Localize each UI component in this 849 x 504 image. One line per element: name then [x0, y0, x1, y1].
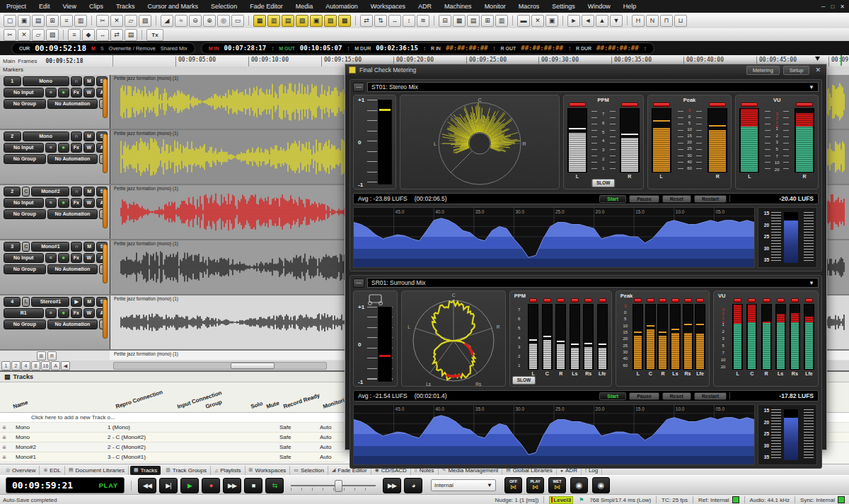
track-vzoom-handle[interactable] — [103, 134, 108, 173]
toolbar-icon[interactable]: ▦ — [253, 15, 266, 27]
ruler-units[interactable]: Frames — [18, 58, 37, 64]
toolbar-icon[interactable]: ▥ — [495, 15, 508, 27]
toolbar-icon[interactable]: ↕ — [403, 15, 415, 27]
edit-mode-label[interactable]: Overwrite / Remove — [109, 45, 156, 52]
bus-select-field[interactable]: ST01: Stereo Mix▼ — [367, 82, 819, 92]
group-button[interactable]: No Group — [4, 320, 46, 329]
menu-window[interactable]: Window — [582, 3, 617, 10]
toolbar-icon[interactable]: ⊞ — [46, 15, 59, 27]
toolbar-icon[interactable]: ◆ — [82, 29, 95, 41]
toolbar-icon[interactable]: ▨ — [324, 15, 337, 27]
ruler-scale-box[interactable]: MainFrames00:09:52:18 — [0, 55, 113, 66]
step-forward-button[interactable]: ▶| — [159, 478, 178, 493]
track-vzoom-handle[interactable] — [103, 299, 108, 339]
menu-fade-editor[interactable]: Fade Editor — [243, 3, 289, 10]
restart-button[interactable]: Restart — [694, 195, 727, 203]
height-preset-16[interactable]: 16 — [41, 361, 50, 370]
reset-button[interactable]: Reset — [662, 392, 691, 400]
menu-project[interactable]: Project — [0, 3, 33, 10]
group-button[interactable]: No Group — [4, 209, 46, 219]
toolbar-icon[interactable]: ⊓ — [660, 15, 673, 27]
toolbar-icon[interactable]: ▤ — [282, 15, 294, 27]
metering-title-bar[interactable]: Final Check MeteringMeteringSetup✕ — [345, 64, 826, 76]
ruler-mode[interactable]: Main — [3, 58, 15, 64]
toolbar-icon[interactable]: ⊞ — [481, 15, 494, 27]
toolbar-icon[interactable]: ✂ — [96, 15, 109, 27]
menu-selection[interactable]: Selection — [204, 3, 243, 10]
mute-button[interactable]: M — [83, 131, 95, 141]
menu-view[interactable]: View — [57, 3, 83, 10]
tc-field-value[interactable]: 00:07:28:17 — [224, 45, 267, 52]
meter-bridge-icon[interactable]: ≡ — [45, 143, 57, 153]
tc-field-spinner[interactable]: ↕ — [347, 45, 350, 52]
toolbar-icon[interactable]: ↔ — [388, 15, 401, 27]
monitor-indicator[interactable]: ● — [58, 88, 69, 98]
play-button[interactable]: ▶ — [180, 478, 199, 493]
toolbar-icon[interactable]: H — [632, 15, 645, 27]
meter-bridge-icon[interactable]: ≡ — [45, 308, 57, 318]
toolbar-icon[interactable]: ≡ — [68, 29, 81, 41]
menu-monitor[interactable]: Monitor — [478, 3, 512, 10]
toolbar-icon[interactable]: ▥ — [267, 15, 280, 27]
maximize-button[interactable]: □ — [831, 4, 834, 10]
menu-tracks[interactable]: Tracks — [110, 3, 142, 10]
slow-button[interactable]: SLOW — [591, 179, 616, 187]
close-button[interactable]: ✕ — [840, 4, 845, 10]
monitor-indicator[interactable]: ● — [58, 198, 69, 208]
loop-button[interactable]: ⇆ — [265, 478, 284, 493]
toolbar-icon[interactable]: ⇄ — [110, 29, 123, 41]
monitor-mode-off[interactable]: OFF⋈ — [504, 477, 522, 493]
toolbar-icon[interactable]: ⊔ — [674, 15, 687, 27]
tab-document-libraries[interactable]: ▤Document Libraries — [65, 466, 129, 475]
lane-button[interactable]: R — [47, 351, 57, 361]
toolbar-icon[interactable]: ≈ — [175, 15, 187, 27]
toolbar-icon[interactable]: ⊕ — [203, 15, 216, 27]
column-record-ready[interactable]: Record Ready — [282, 392, 320, 410]
toolbar-icon[interactable]: ▲ — [596, 15, 608, 27]
mute-button[interactable]: M — [83, 242, 95, 252]
automation-mode-button[interactable]: No Automation — [47, 264, 98, 274]
toolbar-icon[interactable]: ⊖ — [189, 15, 202, 27]
menu-adr[interactable]: ADR — [412, 3, 438, 10]
toolbar-icon[interactable]: ⊟ — [439, 15, 451, 27]
menu-settings[interactable]: Settings — [545, 3, 582, 10]
toolbar-icon[interactable]: ▧ — [296, 15, 308, 27]
height-preset-1[interactable]: 1 — [1, 361, 11, 370]
toolbar-icon[interactable]: ▭ — [231, 15, 244, 27]
toolbar-icon[interactable]: ▱ — [32, 29, 45, 41]
menu-edit[interactable]: Edit — [33, 3, 57, 10]
toolbar-icon[interactable]: ► — [567, 15, 580, 27]
stop-button[interactable]: ■ — [244, 478, 262, 493]
waveform-button[interactable]: W — [83, 253, 95, 263]
tab-track-groups[interactable]: ▥Track Groups — [162, 466, 211, 475]
mute-button[interactable]: M — [83, 187, 95, 197]
toolbar-icon[interactable]: ◢ — [161, 15, 173, 27]
toolbar-icon[interactable]: ▼ — [610, 15, 623, 27]
pause-button[interactable]: Pause — [629, 195, 659, 203]
column-solo[interactable]: Solo — [250, 400, 263, 410]
toolbar-icon[interactable]: N — [646, 15, 659, 27]
slider-thumb[interactable] — [335, 480, 342, 492]
track-channel-button[interactable]: L — [22, 297, 30, 307]
toolbar-icon[interactable]: ✕ — [18, 29, 30, 41]
menu-clips[interactable]: Clips — [83, 3, 110, 10]
tc-field-spinner[interactable]: ↕ — [568, 45, 571, 52]
mute-button[interactable]: M — [83, 76, 95, 86]
tc-field-spinner[interactable]: ↕ — [493, 45, 496, 52]
group-button[interactable]: No Group — [4, 99, 46, 109]
mute-button[interactable]: M — [83, 297, 95, 307]
toolbar-icon[interactable]: ↔ — [96, 29, 109, 41]
monitor-mode-play[interactable]: PLAY⋈ — [526, 477, 544, 493]
toolbar-icon[interactable]: ≡ — [60, 15, 73, 27]
height-preset-2[interactable]: 2 — [11, 361, 21, 370]
start-button[interactable]: Start — [599, 195, 626, 203]
close-icon[interactable]: ✕ — [813, 66, 823, 74]
track-number-button[interactable]: 3 — [4, 242, 21, 252]
toolbar-icon[interactable]: ◎ — [217, 15, 230, 27]
toolbar-icon[interactable]: ⇅ — [374, 15, 387, 27]
meter-bridge-icon[interactable]: ≡ — [45, 88, 57, 98]
height-preset-8[interactable]: 8 — [31, 361, 40, 370]
menu-cursor-and-marks[interactable]: Cursor and Marks — [142, 3, 205, 10]
jog-shuttle-button[interactable]: ◕ — [404, 478, 422, 493]
toolbar-icon[interactable]: ✕ — [110, 15, 123, 27]
